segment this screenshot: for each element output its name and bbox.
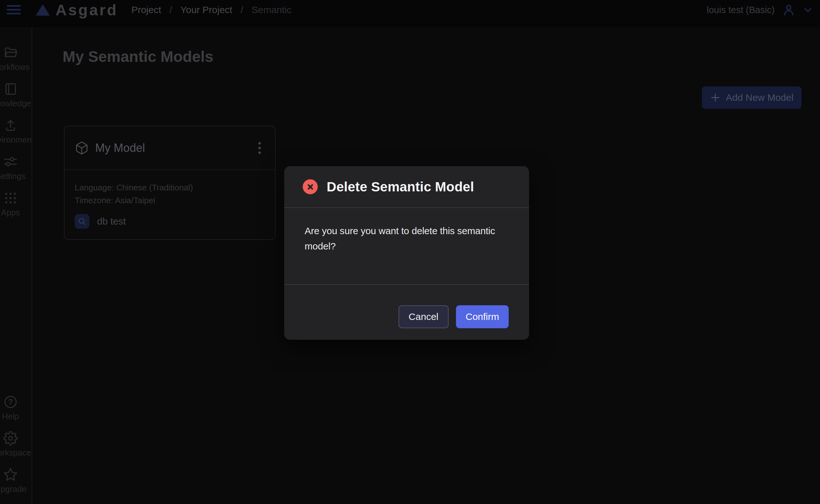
modal-footer: Cancel Confirm: [284, 284, 529, 340]
modal-header: Delete Semantic Model: [284, 166, 529, 207]
modal-body: Are you sure you want to delete this sem…: [284, 207, 529, 284]
delete-semantic-model-modal: Delete Semantic Model Are you sure you w…: [284, 166, 529, 340]
x-circle-danger-icon: [303, 179, 318, 194]
cancel-button[interactable]: Cancel: [399, 305, 449, 328]
modal-title: Delete Semantic Model: [327, 179, 474, 195]
modal-message: Are you sure you want to delete this sem…: [305, 223, 509, 254]
app-window: Asgard Project / Your Project / Semantic…: [0, 0, 820, 504]
confirm-button[interactable]: Confirm: [456, 305, 509, 328]
